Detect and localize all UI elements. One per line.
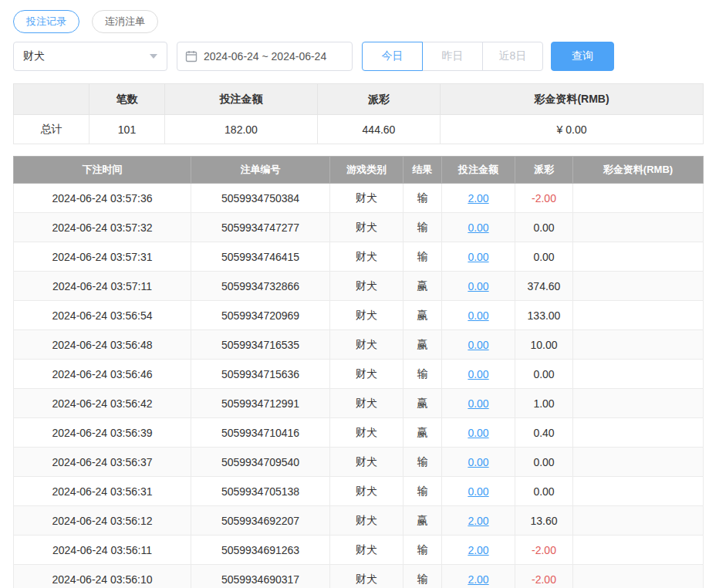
bet-time-cell: 2024-06-24 03:56:46 <box>14 360 191 389</box>
game-select[interactable]: 财犬 <box>13 42 167 71</box>
result-cell: 输 <box>403 184 442 213</box>
bet-time-cell: 2024-06-24 03:56:10 <box>14 565 191 588</box>
bet-amount-link[interactable]: 0.00 <box>468 427 488 439</box>
bet-time-cell: 2024-06-24 03:56:48 <box>14 330 191 360</box>
payout-cell: 133.00 <box>515 301 573 330</box>
bet-amount-link[interactable]: 2.00 <box>468 573 488 586</box>
game-type-cell: 财犬 <box>330 272 403 301</box>
bet-amount-link[interactable]: 0.00 <box>468 309 488 322</box>
payout-cell: 0.00 <box>515 213 573 242</box>
header-payout: 派彩 <box>515 157 573 184</box>
bet-amount-link[interactable]: 0.00 <box>468 339 488 351</box>
bet-amount-link[interactable]: 2.00 <box>468 192 488 204</box>
table-row: 2024-06-24 03:57:36 5059934750384 财犬 输 2… <box>14 184 704 213</box>
payout-cell: 0.00 <box>515 477 573 506</box>
bet-amount-cell: 2.00 <box>442 506 515 536</box>
bet-amount-link[interactable]: 0.00 <box>468 221 488 234</box>
bet-table-header-row: 下注时间 注单编号 游戏类别 结果 投注金额 派彩 彩金资料(RMB) <box>14 157 704 184</box>
game-type-cell: 财犬 <box>330 418 403 448</box>
jackpot-cell <box>573 213 704 242</box>
bet-amount-link[interactable]: 2.00 <box>468 515 488 527</box>
jackpot-cell <box>573 389 704 418</box>
bet-amount-cell: 2.00 <box>442 184 515 213</box>
order-number-cell: 5059934716535 <box>191 330 330 360</box>
yesterday-button[interactable]: 昨日 <box>422 42 483 71</box>
jackpot-cell <box>573 242 704 272</box>
result-cell: 赢 <box>403 272 442 301</box>
bet-time-cell: 2024-06-24 03:56:42 <box>14 389 191 418</box>
bet-time-cell: 2024-06-24 03:57:36 <box>14 184 191 213</box>
calendar-icon <box>185 50 198 63</box>
result-cell: 赢 <box>403 301 442 330</box>
result-cell: 输 <box>403 242 442 272</box>
header-game-type: 游戏类别 <box>330 157 403 184</box>
payout-cell: 1.00 <box>515 389 573 418</box>
payout-cell: -2.00 <box>515 184 573 213</box>
bet-amount-link[interactable]: 0.00 <box>468 251 488 263</box>
bet-amount-link[interactable]: 0.00 <box>468 456 488 468</box>
bet-amount-cell: 0.00 <box>442 477 515 506</box>
bet-amount-link[interactable]: 2.00 <box>468 544 488 556</box>
summary-header-empty <box>14 84 89 115</box>
game-type-cell: 财犬 <box>330 477 403 506</box>
jackpot-cell <box>573 565 704 588</box>
bet-amount-link[interactable]: 0.00 <box>468 485 488 498</box>
bet-amount-link[interactable]: 0.00 <box>468 280 488 292</box>
summary-header-jackpot: 彩金资料(RMB) <box>441 84 704 115</box>
bet-time-cell: 2024-06-24 03:57:31 <box>14 242 191 272</box>
bet-amount-link[interactable]: 0.00 <box>468 397 488 410</box>
summary-total-row: 总计 101 182.00 444.60 ¥ 0.00 <box>14 115 704 144</box>
bet-time-cell: 2024-06-24 03:56:37 <box>14 448 191 477</box>
payout-cell: 13.60 <box>515 506 573 536</box>
game-type-cell: 财犬 <box>330 301 403 330</box>
header-jackpot: 彩金资料(RMB) <box>573 157 704 184</box>
date-range-input[interactable]: 2024-06-24 ~ 2024-06-24 <box>177 42 353 71</box>
order-number-cell: 5059934710416 <box>191 418 330 448</box>
jackpot-cell <box>573 360 704 389</box>
chevron-down-icon <box>150 54 157 59</box>
query-button[interactable]: 查询 <box>551 42 614 71</box>
table-row: 2024-06-24 03:56:42 5059934712991 财犬 赢 0… <box>14 389 704 418</box>
today-button[interactable]: 今日 <box>362 42 423 71</box>
jackpot-cell <box>573 536 704 565</box>
bet-amount-cell: 0.00 <box>442 213 515 242</box>
summary-header-count: 笔数 <box>89 84 165 115</box>
bet-records-table: 下注时间 注单编号 游戏类别 结果 投注金额 派彩 彩金资料(RMB) 2024… <box>13 156 704 588</box>
jackpot-cell <box>573 272 704 301</box>
tab-bet-records[interactable]: 投注记录 <box>13 10 79 33</box>
result-cell: 赢 <box>403 330 442 360</box>
jackpot-cell <box>573 477 704 506</box>
payout-cell: -2.00 <box>515 565 573 588</box>
game-type-cell: 财犬 <box>330 448 403 477</box>
order-number-cell: 5059934746415 <box>191 242 330 272</box>
result-cell: 输 <box>403 536 442 565</box>
payout-cell: -2.00 <box>515 536 573 565</box>
payout-cell: 0.00 <box>515 360 573 389</box>
payout-cell: 10.00 <box>515 330 573 360</box>
summary-total-bet-amount: 182.00 <box>165 115 318 144</box>
table-row: 2024-06-24 03:56:48 5059934716535 财犬 赢 0… <box>14 330 704 360</box>
bet-amount-link[interactable]: 0.00 <box>468 368 488 380</box>
order-number-cell: 5059934715636 <box>191 360 330 389</box>
summary-header-bet-amount: 投注金额 <box>165 84 318 115</box>
last-8-days-button[interactable]: 近8日 <box>482 42 543 71</box>
table-row: 2024-06-24 03:57:32 5059934747277 财犬 输 0… <box>14 213 704 242</box>
jackpot-cell <box>573 506 704 536</box>
order-number-cell: 5059934747277 <box>191 213 330 242</box>
jackpot-cell <box>573 418 704 448</box>
order-number-cell: 5059934691263 <box>191 536 330 565</box>
bet-amount-cell: 0.00 <box>442 301 515 330</box>
bet-time-cell: 2024-06-24 03:57:32 <box>14 213 191 242</box>
table-row: 2024-06-24 03:56:46 5059934715636 财犬 输 0… <box>14 360 704 389</box>
tab-cancelled-orders[interactable]: 连消注单 <box>92 10 158 33</box>
jackpot-cell <box>573 330 704 360</box>
bet-time-cell: 2024-06-24 03:56:11 <box>14 536 191 565</box>
bet-time-cell: 2024-06-24 03:56:39 <box>14 418 191 448</box>
bet-time-cell: 2024-06-24 03:56:54 <box>14 301 191 330</box>
table-row: 2024-06-24 03:56:37 5059934709540 财犬 输 0… <box>14 448 704 477</box>
bet-time-cell: 2024-06-24 03:56:12 <box>14 506 191 536</box>
payout-cell: 0.00 <box>515 242 573 272</box>
date-range-text: 2024-06-24 ~ 2024-06-24 <box>204 50 326 63</box>
jackpot-cell <box>573 184 704 213</box>
table-row: 2024-06-24 03:56:11 5059934691263 财犬 输 2… <box>14 536 704 565</box>
